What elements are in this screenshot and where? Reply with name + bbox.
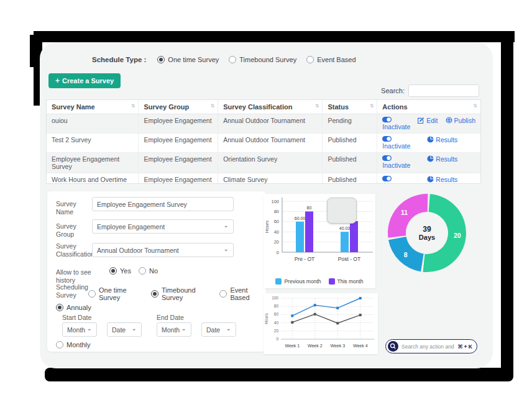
survey-group-value: Employee Engagement: [97, 223, 165, 230]
survey-group-select[interactable]: Employee Engagement ⌄: [92, 219, 234, 234]
schedule-type-label: Schedule Type :: [92, 56, 146, 63]
create-survey-button[interactable]: + Create a Survey: [48, 73, 121, 88]
inactivate-toggle[interactable]: Inactivate: [382, 136, 420, 150]
inactivate-toggle[interactable]: Inactivate: [382, 176, 420, 184]
end-day-value: Date: [206, 326, 220, 334]
chevron-down-icon: ⌄: [224, 246, 229, 252]
radio-label: Timebound Survey: [162, 286, 214, 301]
svg-text:Week 3: Week 3: [330, 344, 345, 348]
start-day-value: Date: [112, 326, 126, 334]
scheduling-option[interactable]: One time Survey: [88, 286, 146, 301]
radio-label: Timebound Survey: [239, 56, 296, 63]
history-option[interactable]: No: [139, 267, 158, 275]
table-row: Test 2 SurveyEmployee EngagementAnnual O…: [47, 133, 480, 152]
svg-text:60.00: 60.00: [295, 216, 306, 221]
svg-text:60: 60: [274, 312, 279, 316]
column-header[interactable]: Actions⇅: [377, 100, 480, 114]
publish-link[interactable]: Publish: [446, 117, 475, 124]
radio-icon: [109, 267, 117, 275]
schedule-type-option[interactable]: One time Survey: [157, 56, 219, 63]
survey-classification-value: Annual Outdoor Tournament: [97, 247, 179, 254]
schedule-type-radios: One time SurveyTimebound SurveyEvent Bas…: [157, 56, 355, 63]
radio-icon: [219, 290, 227, 298]
chart-tooltip: [327, 198, 357, 224]
main-card: Schedule Type : One time SurveyTimebound…: [40, 42, 493, 368]
end-month-value: Month: [162, 326, 180, 334]
results-link[interactable]: Results: [427, 136, 463, 144]
svg-text:Week 2: Week 2: [308, 344, 323, 348]
actions-cell: InactivateResults: [377, 133, 480, 152]
sort-icon[interactable]: ⇅: [473, 103, 477, 109]
chevron-down-icon: ⌄: [181, 326, 186, 332]
history-radios: YesNo: [109, 267, 158, 275]
column-header[interactable]: Survey Classification⇅: [218, 100, 323, 114]
results-link[interactable]: Results: [427, 155, 463, 163]
sort-icon[interactable]: ⇅: [370, 103, 374, 109]
chevron-down-icon: ⌄: [87, 326, 92, 332]
cell-group: Employee Engagement: [139, 173, 218, 184]
survey-table: Survey Name⇅Survey Group⇅Survey Classifi…: [47, 100, 480, 184]
column-header[interactable]: Survey Group⇅: [139, 100, 218, 114]
svg-text:40: 40: [274, 229, 279, 235]
schedule-type-option[interactable]: Timebound Survey: [229, 56, 296, 63]
monthly-option[interactable]: Monthly: [56, 341, 91, 348]
drop-shadow-right: [501, 34, 513, 380]
start-day-select[interactable]: Date⌄: [107, 322, 142, 337]
table-search-input[interactable]: [408, 84, 479, 97]
inactivate-label: Inactivate: [382, 162, 410, 169]
svg-text:8: 8: [404, 251, 408, 258]
survey-classification-select[interactable]: Annual Outdoor Tournament ⌄: [92, 243, 234, 257]
survey-name-input[interactable]: [92, 197, 234, 211]
command-search-input[interactable]: [401, 344, 454, 350]
cell-name: Employee Engagement Survey: [47, 152, 139, 173]
schedule-type-row: Schedule Type : One time SurveyTimebound…: [92, 56, 356, 63]
plus-icon: +: [55, 76, 60, 85]
chevron-down-icon: ⌄: [226, 326, 231, 332]
radio-icon: [229, 56, 236, 63]
svg-text:20: 20: [274, 329, 279, 333]
svg-text:Hours: Hours: [264, 221, 270, 233]
command-search-bar[interactable]: ⌘ + K: [385, 339, 477, 353]
radio-icon: [139, 267, 146, 275]
sort-icon[interactable]: ⇅: [315, 103, 319, 109]
survey-group-label: Survey Group: [56, 222, 94, 239]
results-label: Results: [436, 136, 457, 144]
scheduling-radios: One time SurveyTimebound SurveyEvent Bas…: [88, 286, 266, 301]
results-link[interactable]: Results: [427, 176, 463, 183]
inactivate-label: Inactivate: [382, 182, 410, 184]
status-badge: Published: [323, 152, 377, 173]
shortcut-hint: ⌘ + K: [457, 344, 472, 350]
sort-icon[interactable]: ⇅: [210, 103, 214, 109]
results-label: Results: [436, 176, 457, 183]
inactivate-toggle[interactable]: Inactivate: [382, 155, 420, 169]
column-header[interactable]: Survey Name⇅: [47, 100, 139, 114]
svg-text:100: 100: [271, 199, 279, 204]
drop-shadow-top: [35, 31, 515, 42]
sort-icon[interactable]: ⇅: [131, 103, 135, 109]
cell-classification: Climate Survey: [218, 173, 323, 184]
annually-option[interactable]: Annualy: [56, 304, 91, 311]
radio-label: One time Survey: [99, 286, 146, 301]
schedule-type-option[interactable]: Event Based: [306, 56, 355, 63]
history-option[interactable]: Yes: [109, 267, 131, 275]
edit-link[interactable]: Edit: [418, 117, 438, 124]
start-month-select[interactable]: Month⌄: [62, 322, 97, 337]
radio-label: No: [149, 267, 158, 275]
cell-name: ouiou: [47, 114, 139, 133]
radio-icon: [157, 56, 165, 63]
inactivate-toggle[interactable]: Inactivate: [382, 117, 410, 130]
scheduling-option[interactable]: Timebound Survey: [151, 286, 214, 301]
column-header-label: Survey Group: [144, 103, 189, 111]
radio-label: One time Survey: [168, 56, 219, 63]
svg-text:0: 0: [276, 337, 278, 341]
end-day-select[interactable]: Date⌄: [201, 322, 236, 337]
column-header[interactable]: Status⇅: [323, 100, 377, 114]
chevron-down-icon: ⌄: [132, 326, 137, 332]
end-month-select[interactable]: Month⌄: [157, 322, 191, 337]
search-label: Search:: [381, 87, 405, 94]
cell-group: Employee Engagement: [139, 114, 218, 133]
legend-item: This month: [329, 278, 364, 285]
scheduling-option[interactable]: Event Based: [219, 286, 266, 301]
svg-text:80: 80: [274, 304, 279, 308]
search-icon: [388, 341, 398, 352]
